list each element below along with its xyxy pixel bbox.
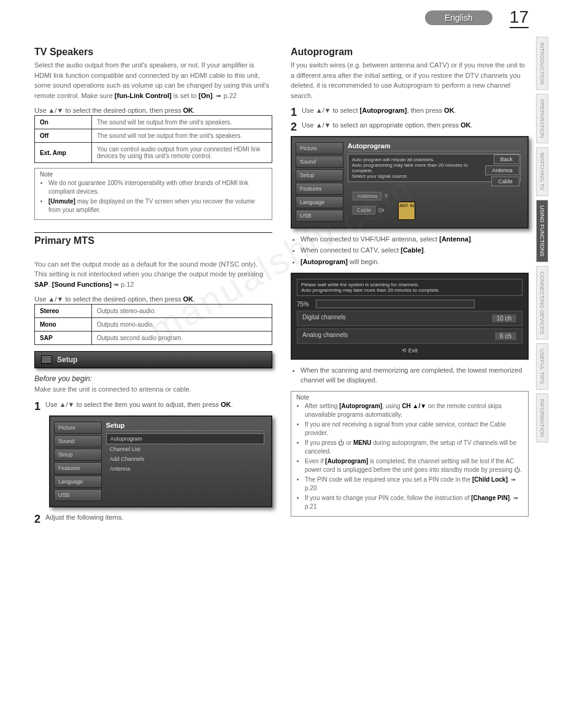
autoprogram-note: Note After setting [Autoprogram], using … <box>291 391 529 517</box>
heading-primary-mts: Primary MTS <box>34 232 272 246</box>
autoprogram-desc: If you switch wires (e.g. between antenn… <box>291 60 529 100</box>
list-item: 1Use ▲/▼ to select [Autoprogram], then p… <box>291 107 529 118</box>
tv-speakers-instruct: Use ▲/▼ to select the desired option, th… <box>34 107 272 114</box>
progress-row: Digital channels 10 ch <box>297 311 523 326</box>
tab-using-functions[interactable]: USING FUNCTIONS <box>536 200 548 262</box>
osd-sidebar-item: Setup <box>296 169 343 181</box>
list-item: If you want to change your PIN code, fol… <box>305 494 523 511</box>
osd-option: Back <box>494 154 519 164</box>
autoprogram-steps: 1Use ▲/▼ to select [Autoprogram], then p… <box>291 107 529 132</box>
primary-mts-desc: You can set the output mode as a default… <box>34 249 272 289</box>
osd-row: Channel List <box>106 444 264 454</box>
table-row: Ext. AmpYou can control audio output fro… <box>35 143 272 163</box>
osd-progress-screenshot: Please wait while the system is scanning… <box>291 273 529 360</box>
antenna-jack-icon: ANT. IN <box>398 202 415 220</box>
primary-mts-table: StereoOutputs stereo-audio. MonoOutputs … <box>34 304 272 345</box>
table-row: StereoOutputs stereo-audio. <box>35 305 272 318</box>
progress-bar <box>316 300 475 308</box>
list-item: If you press ⏻ or MENU during autoprogra… <box>305 439 523 456</box>
list-item: We do not guarantee 100% interoperabilit… <box>48 179 267 196</box>
osd-sidebar-item: Features <box>296 183 343 195</box>
list-item: If you are not receiving a signal from y… <box>305 420 523 438</box>
exit-button: ⟲ Exit <box>297 347 523 354</box>
list-item: 2Use ▲/▼ to select an appropriate option… <box>291 121 529 132</box>
primary-mts-instruct: Use ▲/▼ to select the desired option, th… <box>34 295 272 303</box>
osd-sidebar-item: Features <box>54 462 102 474</box>
tv-speakers-note: Note We do not guarantee 100% interopera… <box>34 168 272 220</box>
tab-introduction[interactable]: INTRODUCTION <box>536 37 548 90</box>
table-row: OffThe sound will not be output from the… <box>35 129 272 143</box>
list-item: [Unmute] may be displayed on the TV scre… <box>48 197 267 214</box>
osd-sidebar-item: Setup <box>54 449 102 461</box>
left-column: TV Speakers Select the audio output from… <box>34 43 272 528</box>
osd-diagram: Antenna Y Cable Or ANT. IN <box>348 187 521 224</box>
list-item: 2Adjust the following items. <box>34 514 272 525</box>
osd-sidebar-item: USB <box>296 210 343 222</box>
table-row: MonoOutputs mono-audio. <box>35 318 272 332</box>
osd-sidebar-item: USB <box>54 489 102 501</box>
osd-option: Antenna <box>485 165 519 175</box>
setup-strip: Setup <box>34 351 272 368</box>
tab-connecting-devices[interactable]: CONNECTING DEVICES <box>536 266 548 340</box>
osd-scan-message: Please wait while the system is scanning… <box>297 279 523 296</box>
heading-autoprogram: Autoprogram <box>291 47 529 58</box>
list-item: [Autoprogram] will begin. <box>301 257 529 267</box>
osd-sidebar-item: Language <box>54 476 102 488</box>
scan-complete-bullet: When the scanning and memorizing are com… <box>291 366 529 385</box>
osd-row: Antenna <box>106 464 264 474</box>
tv-speakers-table: OnThe sound will be output from the unit… <box>34 115 272 163</box>
list-item: Even if [Autoprogram] is completed, the … <box>305 457 523 474</box>
list-item: When the scanning and memorizing are com… <box>301 366 529 385</box>
left-steps: 1Use ▲/▼ to select the item you want to … <box>34 401 272 412</box>
table-row: OnThe sound will be output from the unit… <box>35 116 272 129</box>
osd-option: Cable <box>491 176 519 186</box>
antenna-cable-bullets: When connected to VHF/UHF antenna, selec… <box>291 235 529 267</box>
tab-preparation[interactable]: PREPARATION <box>536 94 548 143</box>
osd-row: Add Channels <box>106 454 264 464</box>
setup-icon <box>41 355 52 364</box>
osd-title: Autoprogram <box>348 142 521 151</box>
osd-autoprogram-screenshot: Picture Sound Setup Features Language US… <box>291 136 529 229</box>
osd-sidebar-item: Language <box>296 196 343 208</box>
osd-sidebar-item: Sound <box>54 435 102 447</box>
table-row: SAPOutputs second audio program. <box>35 332 272 345</box>
list-item: After setting [Autoprogram], using CH ▲/… <box>305 402 523 419</box>
tv-speakers-desc: Select the audio output from the unit's … <box>34 60 272 100</box>
osd-row: Autoprogram <box>106 433 264 444</box>
osd-title: Setup <box>106 422 264 431</box>
osd-sidebar-item: Picture <box>54 422 102 434</box>
language-indicator: English <box>425 10 492 25</box>
osd-setup-screenshot: Picture Sound Setup Features Language US… <box>49 415 272 507</box>
tab-useful-tips[interactable]: USEFUL TIPS <box>536 343 548 390</box>
list-item: When connected to CATV, select [Cable]. <box>301 246 529 255</box>
tab-watching-tv[interactable]: WATCHING TV <box>536 147 548 196</box>
before-begin-title: Before you begin: <box>34 374 272 383</box>
progress-row: Analog channels 6 ch <box>297 328 523 344</box>
right-column: Autoprogram If you switch wires (e.g. be… <box>291 43 529 528</box>
list-item: When connected to VHF/UHF antenna, selec… <box>301 235 529 244</box>
page-header: English 17 <box>425 7 529 28</box>
before-begin-text: Make sure the unit is connected to anten… <box>34 384 272 395</box>
section-tabs: INTRODUCTION PREPARATION WATCHING TV USI… <box>536 37 552 446</box>
list-item: The PIN code will be required once you s… <box>305 476 523 493</box>
list-item: 1Use ▲/▼ to select the item you want to … <box>34 401 272 412</box>
tab-information[interactable]: INFORMATION <box>536 393 548 442</box>
heading-tv-speakers: TV Speakers <box>34 47 272 58</box>
osd-sidebar-item: Sound <box>296 156 343 168</box>
left-steps-2: 2Adjust the following items. <box>34 514 272 525</box>
page-number: 17 <box>510 7 529 28</box>
osd-sidebar-item: Picture <box>296 142 343 154</box>
progress-percent: 75% <box>297 301 309 308</box>
